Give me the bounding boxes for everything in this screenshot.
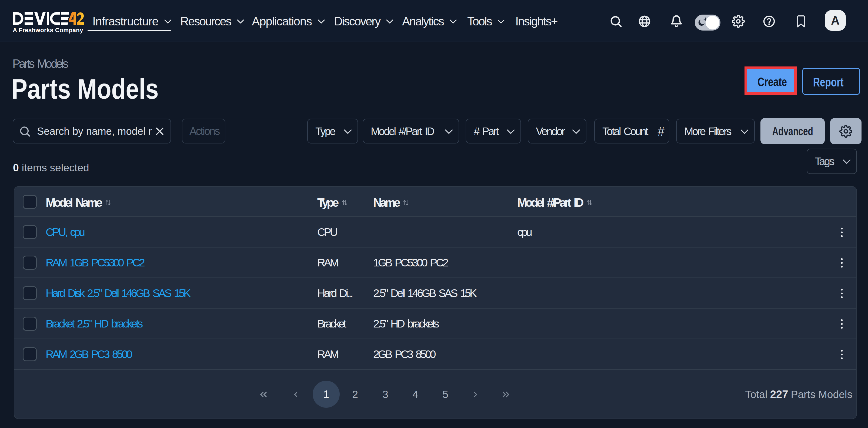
svg-text:A Freshworks Company: A Freshworks Company	[13, 27, 83, 33]
